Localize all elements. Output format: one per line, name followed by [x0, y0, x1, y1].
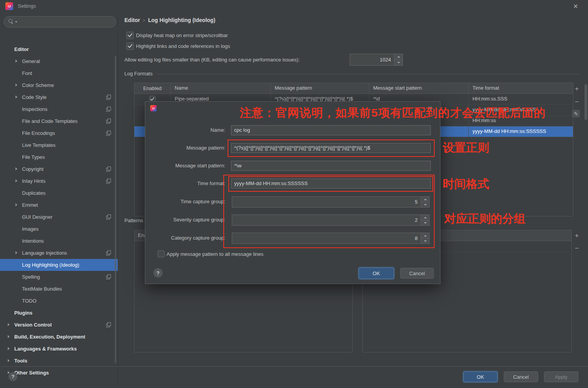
sidebar-item-label: Inlay Hints — [22, 175, 46, 187]
stepper-arrows[interactable] — [421, 233, 429, 243]
search-input[interactable] — [4, 16, 116, 27]
close-icon[interactable]: ✕ — [571, 2, 580, 10]
stepper-up-icon[interactable] — [394, 54, 403, 60]
category-capture-group-label: Category capture group: — [148, 235, 225, 241]
dialog-ok-button[interactable]: OK — [359, 267, 394, 279]
sidebar-item-live-templates[interactable]: Live Templates — [0, 139, 118, 151]
sidebar-item-code-style[interactable]: Code Style — [0, 91, 118, 103]
sidebar-item-inspections[interactable]: Inspections — [0, 103, 118, 115]
expand-arrow-icon[interactable] — [15, 251, 17, 254]
expand-arrow-icon[interactable] — [8, 323, 10, 326]
sidebar-item-languages-frameworks[interactable]: Languages & Frameworks — [0, 343, 118, 355]
stepper-down-icon[interactable] — [421, 220, 429, 225]
expand-arrow-icon[interactable] — [15, 203, 17, 206]
sidebar-item-language-injections[interactable]: Language Injections — [0, 247, 118, 259]
dialog-help-button[interactable]: ? — [153, 268, 163, 277]
time-format-field[interactable]: yyyy-MM-dd HH:mm:ss:SSSSSS — [231, 179, 431, 189]
column-header-time-format[interactable]: Time format — [469, 83, 573, 94]
sidebar-item-images[interactable]: Images — [0, 223, 118, 235]
sidebar-item-build-execution-deployment[interactable]: Build, Execution, Deployment — [0, 331, 118, 343]
column-header-message-start-pattern[interactable]: Message start pattern — [369, 83, 469, 94]
name-label: Name: — [148, 127, 225, 133]
remove-format-button[interactable]: − — [573, 98, 581, 106]
sidebar-scrollbar[interactable] — [115, 56, 116, 363]
heatmap-checkbox[interactable] — [126, 32, 134, 39]
sidebar-item-version-control[interactable]: Version Control — [0, 319, 118, 331]
sidebar-item-spelling[interactable]: Spelling — [0, 271, 118, 283]
stepper-up-icon[interactable] — [421, 215, 429, 220]
message-start-pattern-field[interactable]: ^\w — [231, 161, 431, 171]
project-scope-icon — [106, 107, 111, 112]
stepper-arrows[interactable] — [394, 54, 403, 65]
expand-arrow-icon[interactable] — [8, 359, 10, 362]
expand-arrow-icon[interactable] — [15, 95, 17, 99]
sidebar-item-other-settings[interactable]: Other Settings — [0, 367, 118, 379]
column-header-enabled[interactable]: Enabled — [134, 83, 171, 94]
message-pattern-label: Message pattern: — [148, 145, 225, 151]
ok-button[interactable]: OK — [463, 371, 498, 382]
sidebar-item-gui-designer[interactable]: GUI Designer — [0, 211, 118, 223]
sidebar-item-file-and-code-templates[interactable]: File and Code Templates — [0, 115, 118, 127]
window-scrollbar[interactable] — [585, 84, 587, 120]
sidebar-item-emmet[interactable]: Emmet — [0, 199, 118, 211]
severity-capture-group-value: 2 — [415, 215, 418, 225]
sidebar-item-plugins[interactable]: Plugins — [0, 307, 118, 319]
sidebar-item-intentions[interactable]: Intentions — [0, 235, 118, 247]
sidebar-item-log-highlighting-ideolog[interactable]: Log Highlighting (Ideolog) — [0, 259, 118, 271]
stepper-down-icon[interactable] — [394, 60, 403, 65]
expand-arrow-icon[interactable] — [15, 60, 17, 63]
sidebar-item-font[interactable]: Font — [0, 67, 118, 79]
add-pattern-button[interactable]: + — [573, 232, 581, 240]
column-header-message-pattern[interactable]: Message pattern — [271, 83, 369, 94]
apply-button[interactable]: Apply — [544, 371, 578, 382]
allow-editing-size-stepper[interactable]: 1024 — [350, 54, 403, 66]
expand-arrow-icon[interactable] — [15, 179, 17, 182]
stepper-down-icon[interactable] — [421, 238, 429, 243]
breadcrumb-section[interactable]: Editor — [124, 17, 140, 23]
time-capture-group-value: 5 — [415, 197, 418, 207]
sidebar-item-general[interactable]: General — [0, 55, 118, 67]
sidebar-item-textmate-bundles[interactable]: TextMate Bundles — [0, 283, 118, 295]
apply-all-lines-checkbox[interactable] — [158, 250, 165, 257]
column-header-name[interactable]: Name — [171, 83, 271, 94]
sidebar-item-copyright[interactable]: Copyright — [0, 163, 118, 175]
expand-arrow-icon[interactable] — [15, 83, 17, 87]
expand-arrow-icon[interactable] — [15, 167, 17, 170]
stepper-up-icon[interactable] — [421, 233, 429, 238]
add-format-button[interactable]: + — [573, 85, 581, 93]
highlight-links-checkbox[interactable] — [126, 43, 134, 50]
stepper-arrows[interactable] — [421, 197, 429, 207]
help-button[interactable]: ? — [8, 372, 17, 381]
stepper-up-icon[interactable] — [421, 197, 429, 202]
dialog-close-icon[interactable]: ✕ — [426, 104, 434, 112]
time-capture-group-stepper[interactable]: 5 — [232, 196, 430, 208]
dialog-cancel-button[interactable]: Cancel — [400, 268, 434, 279]
sidebar-item-editor[interactable]: Editor — [0, 43, 118, 55]
sidebar-item-tools[interactable]: Tools — [0, 355, 118, 367]
expand-arrow-icon[interactable] — [8, 347, 10, 350]
expand-arrow-icon[interactable] — [8, 335, 10, 338]
remove-pattern-button[interactable]: − — [573, 245, 581, 252]
cancel-button[interactable]: Cancel — [504, 371, 538, 382]
sidebar-item-todo[interactable]: TODO — [0, 295, 118, 307]
edit-format-button[interactable]: ✎ — [572, 110, 580, 117]
stepper-arrows[interactable] — [421, 215, 429, 225]
sidebar-item-file-encodings[interactable]: File Encodings — [0, 127, 118, 139]
search-icon — [8, 19, 14, 24]
stepper-down-icon[interactable] — [421, 202, 429, 207]
highlight-links-checkbox-label: Highlight links and code references in l… — [136, 43, 230, 49]
time-format-label: Time format: — [148, 180, 225, 186]
sidebar-item-duplicates[interactable]: Duplicates — [0, 187, 118, 199]
sidebar-item-label: File Types — [22, 151, 45, 163]
sidebar-item-inlay-hints[interactable]: Inlay Hints — [0, 175, 118, 187]
name-field[interactable]: cpc log — [231, 125, 431, 135]
sidebar-item-label: Images — [22, 223, 39, 235]
sidebar-item-color-scheme[interactable]: Color Scheme — [0, 79, 118, 91]
sidebar-item-label: Live Templates — [22, 139, 55, 151]
message-pattern-field[interactable]: ^(?s)([^|]*)\|([^|]*)\|([^|]*)\|([^|]*)\… — [231, 143, 431, 153]
severity-capture-group-stepper[interactable]: 2 — [232, 214, 430, 226]
project-scope-icon — [106, 274, 111, 279]
sidebar-item-label: Inspections — [22, 103, 48, 115]
sidebar-item-file-types[interactable]: File Types — [0, 151, 118, 163]
category-capture-group-stepper[interactable]: 8 — [232, 233, 430, 244]
